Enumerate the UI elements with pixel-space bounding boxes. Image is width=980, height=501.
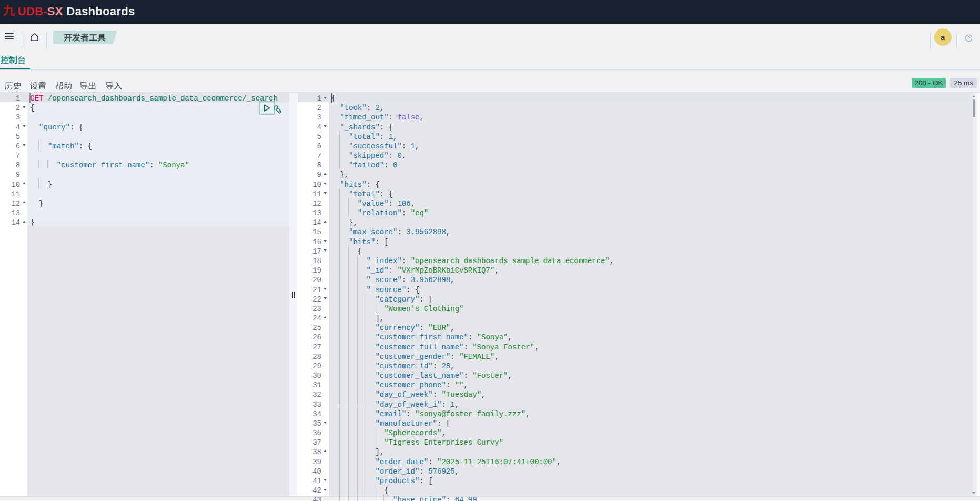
svg-text:?: ? — [967, 35, 970, 41]
